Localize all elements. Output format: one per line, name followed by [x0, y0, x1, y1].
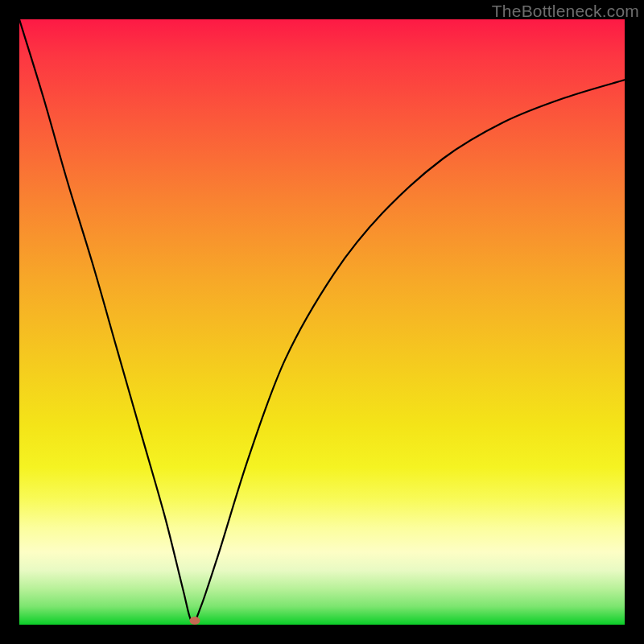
watermark-text: TheBottleneck.com — [492, 2, 639, 21]
bottleneck-curve — [19, 19, 625, 625]
curve-path — [19, 19, 625, 622]
optimum-marker — [190, 617, 200, 625]
chart-frame: TheBottleneck.com — [0, 0, 644, 644]
plot-area — [19, 19, 625, 625]
